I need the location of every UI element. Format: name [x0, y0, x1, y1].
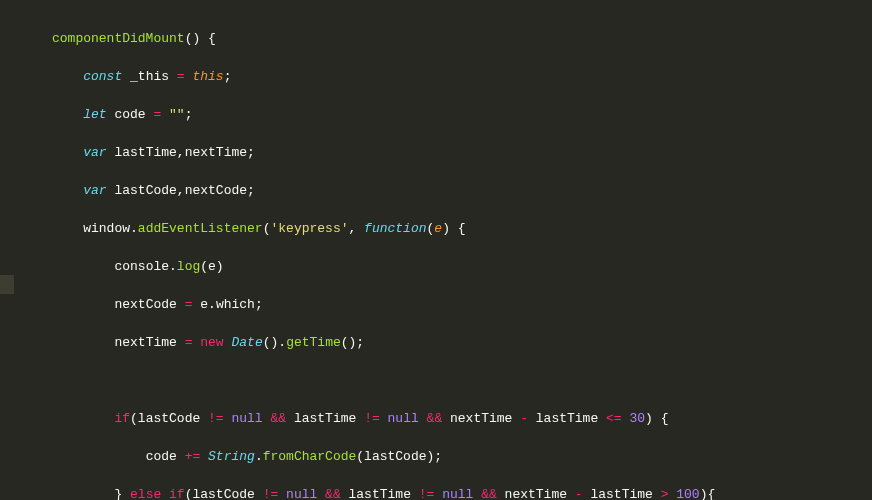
code-line: var lastCode,nextCode; [52, 181, 872, 200]
code-content[interactable]: componentDidMount() { const _this = this… [16, 0, 872, 500]
code-line [52, 371, 872, 390]
code-line: console.log(e) [52, 257, 872, 276]
code-line: window.addEventListener('keypress', func… [52, 219, 872, 238]
code-editor[interactable]: componentDidMount() { const _this = this… [0, 0, 872, 500]
code-line: } else if(lastCode != null && lastTime !… [52, 485, 872, 500]
code-line: componentDidMount() { [52, 29, 872, 48]
code-line: code += String.fromCharCode(lastCode); [52, 447, 872, 466]
code-line: let code = ""; [52, 105, 872, 124]
gutter-highlight [0, 275, 14, 294]
editor-gutter [0, 0, 16, 500]
code-line: const _this = this; [52, 67, 872, 86]
code-line: var lastTime,nextTime; [52, 143, 872, 162]
code-line: nextCode = e.which; [52, 295, 872, 314]
code-line: nextTime = new Date().getTime(); [52, 333, 872, 352]
code-line: if(lastCode != null && lastTime != null … [52, 409, 872, 428]
